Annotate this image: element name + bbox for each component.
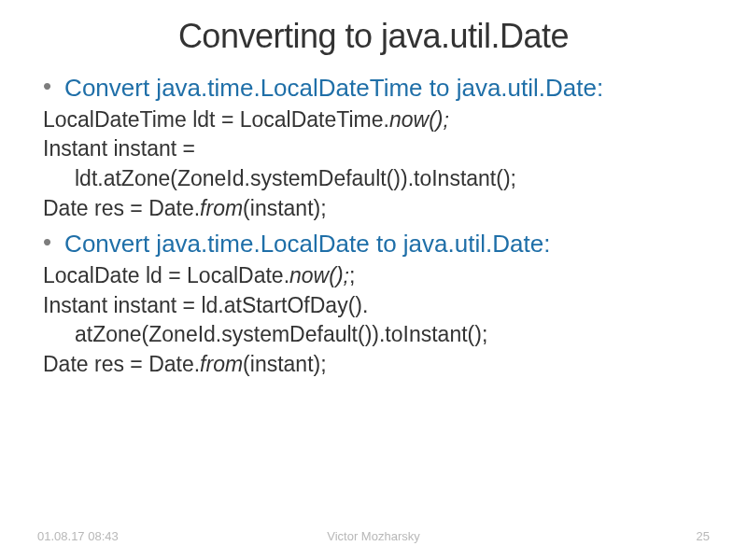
code-line: Date res = Date.from(instant); bbox=[43, 350, 710, 380]
slide-content: • Convert java.time.LocalDateTime to jav… bbox=[37, 73, 710, 380]
code-line: ldt.atZone(ZoneId.systemDefault()).toIns… bbox=[75, 164, 710, 194]
slide: Converting to java.util.Date • Convert j… bbox=[0, 0, 747, 560]
code-line: LocalDateTime ldt = LocalDateTime.now(); bbox=[43, 105, 710, 135]
footer-date: 01.08.17 08:43 bbox=[37, 529, 119, 543]
code-line: atZone(ZoneId.systemDefault()).toInstant… bbox=[75, 320, 710, 350]
code-line: Instant instant = bbox=[43, 134, 710, 164]
code-line: Date res = Date.from(instant); bbox=[43, 194, 710, 224]
footer-page: 25 bbox=[697, 529, 710, 543]
bullet-item: • Convert java.time.LocalDateTime to jav… bbox=[37, 73, 710, 104]
bullet-icon: • bbox=[43, 229, 51, 256]
footer-author: Victor Mozharsky bbox=[327, 529, 419, 543]
bullet-heading-1: Convert java.time.LocalDateTime to java.… bbox=[64, 73, 603, 104]
bullet-heading-2: Convert java.time.LocalDate to java.util… bbox=[64, 229, 550, 259]
bullet-icon: • bbox=[43, 73, 51, 100]
slide-title: Converting to java.util.Date bbox=[37, 17, 710, 56]
code-line: Instant instant = ld.atStartOfDay(). bbox=[43, 291, 710, 321]
code-line: LocalDate ld = LocalDate.now();; bbox=[43, 261, 710, 291]
bullet-item: • Convert java.time.LocalDate to java.ut… bbox=[37, 229, 710, 259]
footer: 01.08.17 08:43 Victor Mozharsky 25 bbox=[0, 529, 747, 543]
